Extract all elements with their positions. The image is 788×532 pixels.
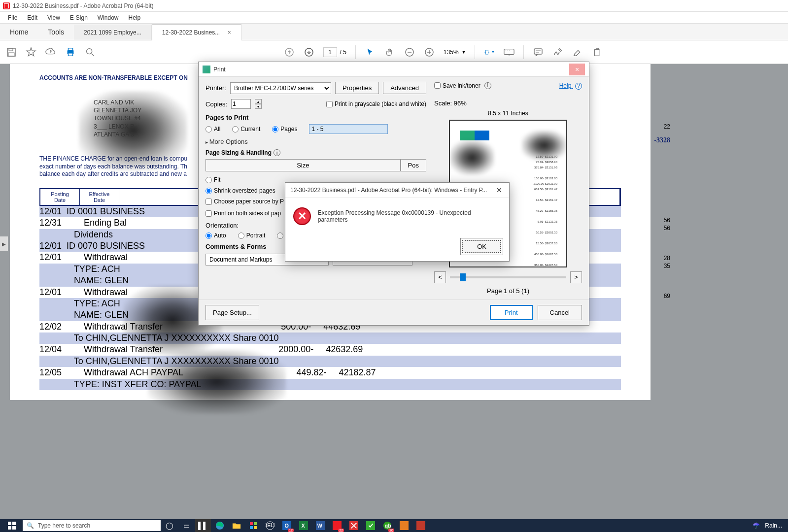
cortana-icon[interactable]: ◯ bbox=[162, 519, 177, 532]
rotate-icon[interactable] bbox=[592, 47, 603, 58]
table-row: 12/04 Withdrawal Transfer 2000.00- 42632… bbox=[39, 344, 621, 355]
fit-width-icon[interactable]: ▼ bbox=[484, 47, 495, 58]
page-up-icon[interactable] bbox=[284, 47, 295, 58]
weather-text: Rain... bbox=[765, 522, 782, 529]
radio-current[interactable]: Current bbox=[232, 126, 260, 133]
page-down-icon[interactable] bbox=[304, 47, 314, 58]
star-icon[interactable] bbox=[26, 47, 36, 58]
svg-point-19 bbox=[510, 50, 510, 51]
help-link[interactable]: Help ? bbox=[559, 82, 582, 90]
taskbar-store-icon[interactable] bbox=[245, 519, 261, 532]
taskbar-acrobat-icon[interactable]: 22 bbox=[329, 519, 345, 532]
keyboard-icon[interactable] bbox=[504, 47, 514, 58]
taskbar-word-icon[interactable]: W bbox=[312, 519, 328, 532]
hand-tool-icon[interactable] bbox=[384, 47, 395, 58]
taskbar-app-red2[interactable] bbox=[413, 519, 429, 532]
radio-fit[interactable]: Fit bbox=[206, 176, 220, 183]
copies-spinner[interactable]: ▲▼ bbox=[255, 99, 262, 109]
zoom-level[interactable]: 135% ▼ bbox=[444, 49, 466, 56]
grayscale-checkbox[interactable]: Print in grayscale (black and white) bbox=[326, 100, 426, 107]
side-panel-expand[interactable]: ▶ bbox=[0, 236, 8, 251]
error-ok-button[interactable]: OK bbox=[462, 240, 501, 253]
more-options-toggle[interactable]: More Options bbox=[206, 138, 426, 145]
cancel-button[interactable]: Cancel bbox=[538, 305, 582, 320]
taskbar-explorer-icon[interactable] bbox=[229, 519, 244, 532]
close-tab-icon[interactable]: × bbox=[228, 29, 231, 36]
radio-shrink[interactable]: Shrink oversized pages bbox=[206, 187, 275, 194]
start-button[interactable] bbox=[2, 519, 22, 532]
comment-icon[interactable] bbox=[533, 47, 544, 58]
sign-icon[interactable] bbox=[552, 47, 563, 58]
page-indicator: / 5 bbox=[323, 47, 346, 57]
radio-auto[interactable]: Auto bbox=[206, 232, 226, 239]
advanced-button[interactable]: Advanced bbox=[383, 82, 426, 94]
print-button[interactable]: Print bbox=[490, 305, 533, 320]
chevron-down-icon: ▼ bbox=[462, 50, 466, 55]
cloud-upload-icon[interactable] bbox=[45, 47, 56, 58]
size-button[interactable]: Size bbox=[206, 159, 401, 171]
tab-doc-business[interactable]: 12-30-2022 Busines... × bbox=[152, 24, 241, 40]
preview-slider[interactable] bbox=[450, 276, 566, 278]
taskbar-edge-icon[interactable] bbox=[212, 519, 228, 532]
print-dialog-close-button[interactable]: × bbox=[569, 64, 585, 75]
taskbar-excel-icon[interactable]: X bbox=[296, 519, 311, 532]
taskbar-snip-icon[interactable] bbox=[346, 519, 362, 532]
print-dialog-titlebar[interactable]: Print × bbox=[199, 62, 589, 77]
error-message: Exception Processing Message 0xc0000139 … bbox=[318, 209, 501, 223]
copies-input[interactable] bbox=[231, 99, 251, 109]
highlight-icon[interactable] bbox=[572, 47, 583, 58]
printer-select[interactable]: Brother MFC-L2700DW series bbox=[230, 82, 331, 94]
error-titlebar[interactable]: 12-30-2022 Business.pdf - Adobe Acrobat … bbox=[285, 183, 509, 198]
table-row: 12/05 Withdrawal ACH PAYPAL 449.82- 4218… bbox=[39, 367, 621, 378]
radio-portrait[interactable]: Portrait bbox=[238, 232, 266, 239]
taskbar-app-orange[interactable] bbox=[396, 519, 412, 532]
svg-text:O: O bbox=[285, 523, 289, 529]
taskbar-quickbooks-icon[interactable]: qb20 bbox=[379, 519, 395, 532]
print-dialog-title: Print bbox=[213, 66, 569, 73]
page-setup-button[interactable]: Page Setup... bbox=[206, 305, 259, 320]
radio-all[interactable]: All bbox=[206, 126, 220, 133]
table-row: To CHIN,GLENNETTA J XXXXXXXXXX Share 001… bbox=[39, 332, 621, 344]
taskbar-dell-icon[interactable]: DELL bbox=[262, 519, 278, 532]
page-total: / 5 bbox=[340, 49, 346, 56]
search-icon[interactable] bbox=[85, 47, 96, 58]
svg-rect-26 bbox=[8, 526, 11, 530]
properties-button[interactable]: Properties bbox=[335, 82, 379, 94]
tab-tools[interactable]: Tools bbox=[38, 24, 74, 40]
print-icon[interactable] bbox=[65, 47, 76, 58]
svg-rect-24 bbox=[8, 522, 11, 525]
system-tray[interactable]: ☂️ Rain... bbox=[753, 522, 786, 529]
preview-next-button[interactable]: > bbox=[570, 271, 582, 283]
taskbar-app-green[interactable] bbox=[363, 519, 378, 532]
info-icon[interactable]: i bbox=[274, 149, 280, 156]
menu-window[interactable]: Window bbox=[94, 13, 123, 22]
poster-button[interactable]: Pos bbox=[401, 159, 426, 171]
taskbar-search[interactable]: 🔍 Type here to search bbox=[23, 520, 161, 531]
save-icon[interactable] bbox=[6, 47, 17, 58]
svg-point-17 bbox=[506, 50, 506, 51]
zoom-in-icon[interactable] bbox=[424, 47, 435, 58]
zoom-out-icon[interactable] bbox=[404, 47, 415, 58]
tab-doc-1099[interactable]: 2021 1099 Employe... bbox=[74, 25, 152, 40]
menu-file[interactable]: File bbox=[4, 13, 21, 22]
preview-prev-button[interactable]: < bbox=[434, 271, 446, 283]
task-view-icon[interactable]: ▭ bbox=[178, 519, 194, 532]
radio-pages[interactable]: Pages bbox=[272, 126, 297, 133]
info-icon[interactable]: i bbox=[484, 82, 491, 89]
taskbar-outlook-icon[interactable]: O12 bbox=[279, 519, 295, 532]
page-current-input[interactable] bbox=[323, 47, 337, 57]
svg-rect-46 bbox=[400, 521, 409, 530]
tab-home[interactable]: Home bbox=[0, 24, 38, 40]
menu-esign[interactable]: E-Sign bbox=[66, 13, 92, 22]
menu-edit[interactable]: Edit bbox=[23, 13, 41, 22]
menu-help[interactable]: Help bbox=[125, 13, 145, 22]
taskbar-app-1[interactable]: ▌▌ bbox=[195, 519, 211, 532]
pages-range-input[interactable] bbox=[309, 124, 388, 134]
error-close-button[interactable]: ✕ bbox=[494, 186, 504, 194]
svg-rect-27 bbox=[12, 526, 16, 530]
svg-point-6 bbox=[87, 48, 92, 54]
save-ink-checkbox[interactable]: Save ink/toner bbox=[434, 82, 480, 89]
scale-label: Scale: 96% bbox=[434, 100, 582, 107]
select-tool-icon[interactable] bbox=[365, 47, 376, 58]
menu-view[interactable]: View bbox=[43, 13, 64, 22]
